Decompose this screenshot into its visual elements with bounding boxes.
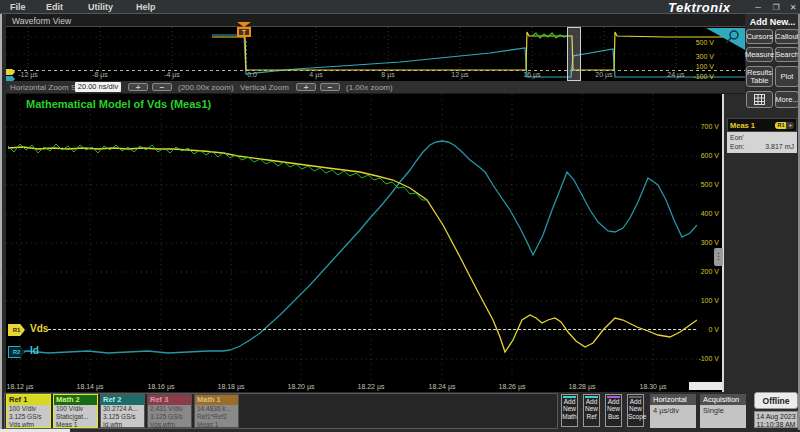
splitter-drag-handle[interactable]: ⋮ [714, 248, 723, 266]
tab-waveform-view[interactable]: Waveform View [12, 16, 71, 26]
main-volt-label: 100 V [698, 297, 719, 304]
plot-button[interactable]: Plot [775, 66, 799, 87]
overview-time-label: 20 µs [586, 71, 622, 78]
overview-time-zero-label: 0.0 [234, 71, 270, 78]
badge-line: 3.125 GS/s [7, 413, 50, 421]
badge-title: Ref 2 [101, 395, 144, 405]
menu-edit[interactable]: Edit [46, 2, 63, 12]
vds-trace-label[interactable]: Vds [30, 323, 48, 334]
horizontal-title: Horizontal [650, 394, 696, 405]
badge-line: 3.125 GS/s [101, 413, 144, 421]
horizontal-value: 4 µs/div [650, 405, 696, 428]
badge-line: 3.125 GS/s [148, 413, 191, 421]
overview-time-label: 4 µs [298, 71, 334, 78]
offline-button[interactable]: Offline [754, 392, 798, 409]
scope-color-bar [629, 396, 642, 398]
main-time-label: 18.26 µs [492, 383, 532, 390]
menu-file[interactable]: File [10, 2, 26, 12]
main-volt-label: 0 V [698, 326, 719, 333]
badge-line: Vgs.wfm [148, 421, 191, 429]
horizontal-settings-panel[interactable]: Horizontal 4 µs/div [650, 394, 696, 427]
minimize-icon[interactable]: ─ [752, 2, 764, 13]
main-volt-label: -100 V [698, 355, 719, 362]
overview-time-label: 8 µs [370, 71, 406, 78]
meas1-name: Meas 1 [730, 121, 775, 130]
badge-line: 100 V/div [54, 405, 97, 413]
more-button[interactable]: More... [775, 91, 799, 108]
datetime-display: 14 Aug 2023 11:10:38 AM [754, 411, 798, 428]
tektronix-logo: Tektronix [668, 0, 731, 15]
add-new-header: Add New... [745, 17, 800, 27]
add-new-bus-button[interactable]: Add New Bus [605, 394, 622, 427]
main-time-label: 18.30 µs [633, 383, 673, 390]
badge-line: 2.431 V/div [148, 405, 191, 413]
cursors-button[interactable]: Cursors [746, 29, 773, 44]
meas1-result-badge[interactable]: Meas 1 R1 + Eon' Eon: 3.817 mJ [727, 118, 797, 153]
vt-zoom-plus-button[interactable]: + [296, 83, 316, 91]
menu-utility[interactable]: Utility [88, 2, 113, 12]
main-time-label: 18.12 µs [0, 383, 40, 390]
overview-time-label: -12 µs [10, 71, 46, 78]
math-color-bar [563, 396, 576, 398]
main-traces [6, 94, 697, 381]
acquisition-settings-panel[interactable]: Acquisition Single [700, 394, 746, 427]
meas1-row2-value: 3.817 mJ [765, 142, 794, 151]
scrollbar[interactable] [689, 382, 722, 390]
overview-volt-label: -100 V [688, 73, 714, 80]
vt-zoom-label: Vertical Zoom [240, 83, 289, 92]
hz-zoom-minus-button[interactable]: − [152, 83, 172, 91]
close-icon[interactable]: ✕ [787, 2, 799, 13]
vt-zoom-factor: (1.00x zoom) [346, 83, 393, 92]
main-volt-label: 300 V [698, 239, 719, 246]
panel-splitter[interactable] [722, 94, 724, 392]
channel-badge-ref3[interactable]: Ref 3 2.431 V/div 3.125 GS/s Vgs.wfm [147, 394, 192, 428]
mask-grid-button[interactable] [746, 91, 773, 108]
overview-magnifier-icon[interactable] [706, 28, 745, 50]
zoom-window-handle[interactable] [567, 27, 581, 81]
main-time-label: 18.20 µs [281, 383, 321, 390]
bus-color-bar [607, 396, 620, 398]
badge-line: Ref1*Ref2 [195, 413, 238, 421]
channel-badge-ref2[interactable]: Ref 2 30.2724 A... 3.125 GS/s Id.wfm [100, 394, 145, 428]
main-volt-label: 200 V [698, 268, 719, 275]
measure-button[interactable]: Measure [746, 47, 773, 62]
math-model-title: Mathematical Model of Vds (Meas1) [26, 98, 211, 110]
main-volt-label: 500 V [698, 181, 719, 188]
acquisition-value: Single [700, 405, 746, 428]
badge-line: Meas 1 [54, 421, 97, 429]
meas1-row1-label: Eon' [730, 133, 744, 142]
channel-badge-math1[interactable]: Math 1 14.4836 k... Ref1*Ref2 Meas 1 [194, 394, 239, 428]
meas1-expand-button[interactable]: + [786, 122, 794, 129]
results-table-button[interactable]: Results Table [746, 66, 773, 87]
overview-time-label: -8 µs [82, 71, 118, 78]
add-new-math-button[interactable]: Add New Math [561, 394, 578, 427]
vt-zoom-minus-button[interactable]: − [320, 83, 340, 91]
channel-badge-ref1[interactable]: Ref 1 100 V/div 3.125 GS/s Vds.wfm [6, 394, 51, 428]
meas1-body: Eon' Eon: 3.817 mJ [727, 132, 797, 153]
search-button[interactable]: Search [775, 47, 799, 62]
add-new-scope-button[interactable]: Add New Scope [627, 394, 644, 427]
main-waveform-plot[interactable] [6, 94, 722, 381]
callout-button[interactable]: Callout [775, 29, 799, 44]
hz-zoom-factor: (200.00x zoom) [178, 83, 234, 92]
apps-grid-icon [754, 94, 765, 105]
restore-icon[interactable]: ❐ [770, 2, 782, 13]
badge-title: Math 1 [195, 395, 238, 405]
acquisition-title: Acquisition [700, 394, 746, 405]
badge-line: Meas 1 [195, 421, 238, 429]
ref-color-bar [585, 396, 598, 398]
add-new-ref-button[interactable]: Add New Ref [583, 394, 600, 427]
hz-zoom-scale-value[interactable]: 20.00 ns/div [75, 82, 121, 92]
menu-help[interactable]: Help [136, 2, 156, 12]
trigger-marker[interactable]: T [237, 22, 251, 37]
badge-title: Math 2 [54, 395, 97, 405]
overview-volt-label: 300 V [688, 53, 714, 60]
channel-badge-math2[interactable]: Math 2 100 V/div Static|gat... Meas 1 [53, 394, 98, 428]
badge-line: Vds.wfm [7, 421, 50, 429]
id-trace-label[interactable]: Id [30, 345, 39, 356]
overview-volt-label: 100 V [688, 63, 714, 70]
badge-line: 100 V/div [7, 405, 50, 413]
main-time-label: 18.22 µs [351, 383, 391, 390]
hz-zoom-plus-button[interactable]: + [128, 83, 148, 91]
badge-line: Static|gat... [54, 413, 97, 421]
